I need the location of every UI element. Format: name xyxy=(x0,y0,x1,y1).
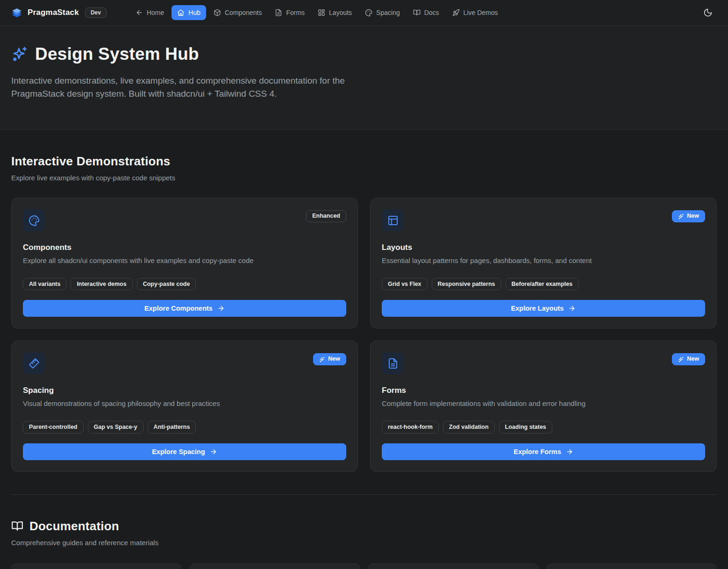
nav-item-live-demos[interactable]: Live Demos xyxy=(447,5,504,20)
explore-forms-button[interactable]: Explore Forms xyxy=(382,443,705,460)
card-title: Spacing xyxy=(23,386,346,395)
card-tags: react-hook-formZod validationLoading sta… xyxy=(382,421,705,433)
card-description: Explore all shadcn/ui components with li… xyxy=(23,256,346,264)
demo-card-grid: Enhanced Components Explore all shadcn/u… xyxy=(11,198,717,472)
nav-item-docs[interactable]: Docs xyxy=(407,5,445,20)
nav-item-home[interactable]: Home xyxy=(130,5,170,20)
book-open-icon xyxy=(413,9,421,16)
sparkles-icon xyxy=(319,356,325,363)
brand[interactable]: PragmaStack Dev xyxy=(11,7,107,18)
documentation-section: Documentation Comprehensive guides and r… xyxy=(11,519,717,569)
card-description: Visual demonstrations of spacing philoso… xyxy=(23,399,346,407)
nav-item-hub[interactable]: Hub xyxy=(171,5,206,20)
card-tag: Before/after examples xyxy=(506,278,579,290)
home-icon xyxy=(177,9,185,16)
brand-name: PragmaStack xyxy=(28,8,79,17)
card-badge: New xyxy=(672,210,705,222)
arrow-right-icon xyxy=(210,448,217,455)
card-title: Forms xyxy=(382,386,705,395)
file-text-icon xyxy=(275,9,282,16)
dev-badge: Dev xyxy=(85,7,107,18)
card-tags: All variantsInteractive demosCopy-paste … xyxy=(23,278,346,290)
card-tag: Anti-patterns xyxy=(148,421,196,433)
sparkles-icon xyxy=(11,46,28,63)
file-text-icon xyxy=(387,358,399,369)
card-badge: New xyxy=(672,353,705,365)
documentation-section-subtitle: Comprehensive guides and reference mater… xyxy=(11,539,717,547)
navbar: PragmaStack Dev Home Hub Components Form… xyxy=(0,0,728,26)
card-icon-tile xyxy=(23,352,45,374)
card-icon-tile xyxy=(382,209,404,231)
card-tags: Grid vs FlexResponsive patternsBefore/af… xyxy=(382,278,705,290)
documentation-section-title: Documentation xyxy=(11,519,717,533)
card-badge: Enhanced xyxy=(306,210,346,222)
section-divider xyxy=(11,494,717,495)
card-tag: Loading states xyxy=(499,421,552,433)
explore-components-button[interactable]: Explore Components xyxy=(23,300,346,317)
card-tag: Parent-controlled xyxy=(23,421,84,433)
card-tag: Responsive patterns xyxy=(432,278,501,290)
nav-item-components[interactable]: Components xyxy=(208,5,267,20)
hero: Design System Hub Interactive demonstrat… xyxy=(0,26,728,130)
layout-panel-icon xyxy=(387,215,399,226)
theme-toggle-button[interactable] xyxy=(699,4,717,21)
card-badge: New xyxy=(313,353,346,365)
explore-layouts-button[interactable]: Explore Layouts xyxy=(382,300,705,317)
card-icon-tile xyxy=(382,352,404,374)
demos-section-subtitle: Explore live examples with copy-paste co… xyxy=(11,174,717,182)
arrow-right-icon xyxy=(566,448,573,455)
explore-spacing-button[interactable]: Explore Spacing xyxy=(23,443,346,460)
nav-item-layouts[interactable]: Layouts xyxy=(312,5,357,20)
box-icon xyxy=(214,9,221,16)
demos-section: Interactive Demonstrations Explore live … xyxy=(11,154,717,472)
book-open-icon xyxy=(11,520,23,532)
doc-card-quick-reference[interactable]: Quick Reference Cheat sheet for lookups xyxy=(546,563,717,569)
moon-icon xyxy=(703,8,713,17)
demo-card-layouts: New Layouts Essential layout patterns fo… xyxy=(370,198,717,328)
card-title: Components xyxy=(23,243,346,252)
arrow-left-icon xyxy=(136,9,143,16)
nav-item-spacing[interactable]: Spacing xyxy=(359,5,406,20)
card-tag: Gap vs Space-y xyxy=(88,421,143,433)
nav-item-forms[interactable]: Forms xyxy=(269,5,310,20)
demo-card-forms: New Forms Complete form implementations … xyxy=(370,341,717,471)
card-description: Complete form implementations with valid… xyxy=(382,399,705,407)
card-tags: Parent-controlledGap vs Space-yAnti-patt… xyxy=(23,421,346,433)
sparkles-icon xyxy=(678,356,684,363)
page-title-text: Design System Hub xyxy=(35,44,199,64)
card-tag: Copy-paste code xyxy=(137,278,196,290)
doc-card-grid: Quick Start 5-minute crash course Comple… xyxy=(11,563,717,569)
sparkles-icon xyxy=(678,213,684,220)
documentation-title-text: Documentation xyxy=(29,519,119,533)
card-tag: react-hook-form xyxy=(382,421,439,433)
palette-icon xyxy=(365,9,372,16)
page-subtitle: Interactive demonstrations, live example… xyxy=(11,74,364,100)
arrow-right-icon xyxy=(568,305,576,312)
demo-card-components: Enhanced Components Explore all shadcn/u… xyxy=(11,198,358,328)
card-tag: Grid vs Flex xyxy=(382,278,428,290)
main-content: Interactive Demonstrations Explore live … xyxy=(0,154,728,569)
palette-icon xyxy=(29,215,40,226)
doc-card-ai-guidelines[interactable]: AI Guidelines Rules for AI code generati… xyxy=(368,563,539,569)
rocket-icon xyxy=(452,9,460,16)
demo-card-spacing: New Spacing Visual demonstrations of spa… xyxy=(11,341,358,471)
main-nav: Home Hub Components Forms Layouts Spacin… xyxy=(130,5,504,20)
card-description: Essential layout patterns for pages, das… xyxy=(382,256,705,264)
demos-section-title: Interactive Demonstrations xyxy=(11,154,717,169)
card-tag: Interactive demos xyxy=(71,278,132,290)
layers-icon xyxy=(11,7,22,18)
doc-card-complete-documentation[interactable]: Complete Documentation Full design syste… xyxy=(190,563,360,569)
ruler-icon xyxy=(29,358,40,369)
page-title: Design System Hub xyxy=(11,44,717,64)
doc-card-quick-start[interactable]: Quick Start 5-minute crash course xyxy=(11,563,182,569)
arrow-right-icon xyxy=(217,305,225,312)
layout-dashboard-icon xyxy=(318,9,325,16)
card-tag: Zod validation xyxy=(443,421,495,433)
card-icon-tile xyxy=(23,209,45,231)
card-title: Layouts xyxy=(382,243,705,252)
card-tag: All variants xyxy=(23,278,66,290)
